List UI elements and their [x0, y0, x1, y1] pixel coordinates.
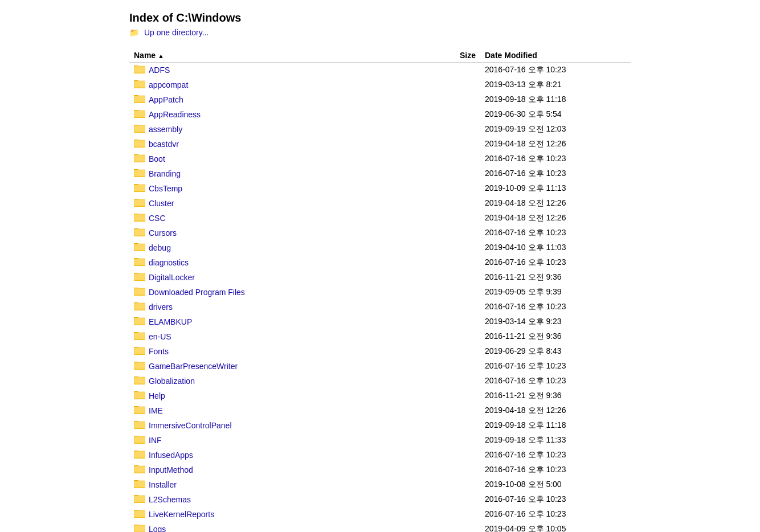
- folder-link[interactable]: Cluster: [134, 198, 426, 209]
- svg-rect-13: [134, 96, 145, 103]
- folder-link[interactable]: Downloaded Program Files: [134, 287, 426, 298]
- file-date-cell: 2019-09-19 오전 12:03: [480, 122, 631, 137]
- folder-icon: [134, 153, 145, 165]
- file-name-cell: INF: [129, 433, 430, 448]
- folder-link[interactable]: ImmersiveControlPanel: [134, 420, 426, 431]
- svg-rect-123: [134, 421, 145, 428]
- folder-link[interactable]: Branding: [134, 168, 426, 179]
- folder-name: GameBarPresenceWriter: [149, 362, 238, 371]
- folder-link[interactable]: Cursors: [134, 227, 426, 239]
- folder-name: AppReadiness: [149, 110, 201, 119]
- folder-icon: [134, 494, 145, 505]
- folder-name: DigitalLocker: [149, 273, 195, 282]
- svg-rect-28: [134, 140, 145, 147]
- folder-link[interactable]: diagnostics: [134, 257, 426, 268]
- folder-name: Fonts: [149, 347, 169, 356]
- folder-link[interactable]: AppReadiness: [134, 109, 426, 120]
- folder-name: InputMethod: [149, 465, 193, 474]
- folder-link[interactable]: DigitalLocker: [134, 272, 426, 283]
- table-row: en-US2016-11-21 오전 9:36: [129, 329, 631, 344]
- file-size-cell: [430, 507, 480, 522]
- file-size-cell: [430, 166, 480, 181]
- table-row: LiveKernelReports2016-07-16 오후 10:23: [129, 507, 631, 522]
- folder-link[interactable]: InputMethod: [134, 464, 426, 476]
- file-date-cell: 2016-11-21 오전 9:36: [480, 270, 631, 285]
- file-date-cell: 2019-04-10 오후 11:03: [480, 240, 631, 255]
- table-row: CSC2019-04-18 오전 12:26: [129, 211, 631, 226]
- up-folder-icon: 📁: [129, 28, 141, 37]
- table-row: GameBarPresenceWriter2016-07-16 오후 10:23: [129, 359, 631, 374]
- page-title: Index of C:\Windows: [129, 11, 631, 24]
- file-date-cell: 2016-07-16 오후 10:23: [480, 448, 631, 463]
- folder-link[interactable]: Globalization: [134, 375, 426, 387]
- file-size-cell: [430, 211, 480, 226]
- folder-link[interactable]: AppPatch: [134, 94, 426, 105]
- file-name-cell: IME: [129, 403, 430, 418]
- up-directory-link[interactable]: 📁 Up one directory...: [129, 28, 631, 37]
- folder-link[interactable]: assembly: [134, 124, 426, 135]
- folder-link[interactable]: LiveKernelReports: [134, 509, 426, 520]
- folder-link[interactable]: IME: [134, 405, 426, 416]
- folder-link[interactable]: Fonts: [134, 346, 426, 357]
- folder-link[interactable]: drivers: [134, 301, 426, 313]
- file-name-cell: ADFS: [129, 63, 430, 78]
- file-size-cell: [430, 196, 480, 211]
- column-header-date[interactable]: Date Modified: [480, 48, 631, 63]
- file-name-cell: Installer: [129, 477, 430, 492]
- folder-link[interactable]: Installer: [134, 479, 426, 490]
- folder-link[interactable]: Logs: [134, 523, 426, 532]
- folder-link[interactable]: debug: [134, 242, 426, 253]
- folder-name: Cursors: [149, 228, 177, 238]
- table-row: AppReadiness2019-06-30 오후 5:54: [129, 107, 631, 122]
- folder-name: AppPatch: [149, 95, 183, 104]
- file-size-cell: [430, 152, 480, 166]
- file-size-cell: [430, 255, 480, 270]
- file-size-cell: [430, 388, 480, 403]
- file-name-cell: en-US: [129, 329, 430, 344]
- folder-name: Logs: [149, 525, 166, 532]
- folder-link[interactable]: L2Schemas: [134, 494, 426, 505]
- svg-rect-113: [134, 392, 145, 399]
- folder-link[interactable]: appcompat: [134, 79, 426, 91]
- file-size-cell: [430, 122, 480, 137]
- file-date-cell: 2019-09-05 오후 9:39: [480, 285, 631, 300]
- file-size-cell: [430, 285, 480, 300]
- file-date-cell: 2019-09-18 오후 11:33: [480, 433, 631, 448]
- table-row: Cluster2019-04-18 오전 12:26: [129, 196, 631, 211]
- folder-name: Downloaded Program Files: [149, 288, 245, 297]
- folder-link[interactable]: CbsTemp: [134, 183, 426, 194]
- file-name-cell: bcastdvr: [129, 137, 430, 152]
- column-header-name[interactable]: Name ▲: [129, 48, 430, 63]
- folder-link[interactable]: INF: [134, 435, 426, 446]
- file-date-cell: 2016-07-16 오후 10:23: [480, 463, 631, 477]
- file-size-cell: [430, 107, 480, 122]
- folder-link[interactable]: CSC: [134, 212, 426, 224]
- folder-link[interactable]: GameBarPresenceWriter: [134, 361, 426, 372]
- file-size-cell: [430, 181, 480, 196]
- folder-link[interactable]: Help: [134, 390, 426, 402]
- folder-icon: [134, 405, 145, 416]
- folder-link[interactable]: Boot: [134, 153, 426, 165]
- folder-name: Installer: [149, 480, 177, 489]
- file-size-cell: [430, 477, 480, 492]
- folder-icon: [134, 479, 145, 490]
- file-name-cell: Downloaded Program Files: [129, 285, 430, 300]
- file-size-cell: [430, 374, 480, 388]
- column-header-size[interactable]: Size: [430, 48, 480, 63]
- folder-link[interactable]: bcastdvr: [134, 138, 426, 150]
- file-date-cell: 2019-03-14 오후 9:23: [480, 314, 631, 329]
- file-size-cell: [430, 403, 480, 418]
- folder-icon: [134, 124, 145, 135]
- file-date-cell: 2016-07-16 오후 10:23: [480, 63, 631, 78]
- table-row: Logs2019-04-09 오후 10:05: [129, 522, 631, 532]
- file-size-cell: [430, 77, 480, 92]
- folder-icon: [134, 523, 145, 532]
- folder-link[interactable]: InfusedApps: [134, 449, 426, 461]
- file-name-cell: diagnostics: [129, 255, 430, 270]
- folder-link[interactable]: ELAMBKUP: [134, 316, 426, 328]
- folder-name: Help: [149, 391, 165, 400]
- file-name-cell: ImmersiveControlPanel: [129, 418, 430, 433]
- file-name-cell: GameBarPresenceWriter: [129, 359, 430, 374]
- folder-link[interactable]: en-US: [134, 331, 426, 342]
- folder-link[interactable]: ADFS: [134, 64, 426, 76]
